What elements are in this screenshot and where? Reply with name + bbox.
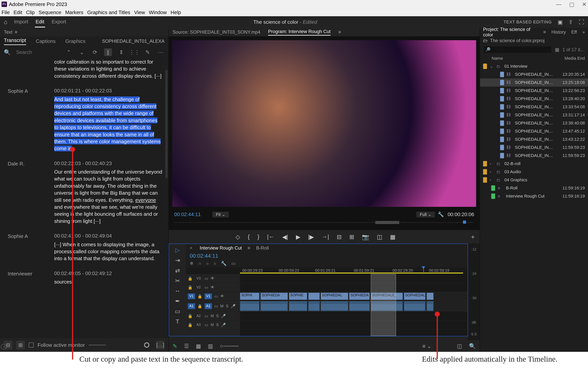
fullscreen-icon[interactable]: ⛶ <box>579 19 584 25</box>
go-in-icon[interactable]: |← <box>267 233 274 240</box>
extract-icon[interactable]: ⊞ <box>349 233 354 240</box>
audio-clip[interactable] <box>427 301 433 311</box>
refresh-icon[interactable]: ⟳ <box>91 48 99 56</box>
video-clip[interactable] <box>308 293 320 300</box>
col-name[interactable]: Name <box>492 56 556 61</box>
effects-tab[interactable]: Eff <box>571 29 577 35</box>
text-based-editing-label[interactable]: TEXT BASED EDITING <box>504 20 552 25</box>
timeline-lanes[interactable]: SOPHISOPHIEDASOPHIESOPHIEDALSOPHIEDASOPH… <box>240 274 468 336</box>
menu-clip[interactable]: Clip <box>26 10 35 15</box>
track-select-icon[interactable]: ⇥ <box>175 257 180 264</box>
close-button[interactable]: ✕ <box>582 1 587 8</box>
ws-import[interactable]: Import <box>13 17 29 28</box>
zoom-slider-thumb[interactable] <box>144 342 149 348</box>
clip-row[interactable]: 🎞SOPHIEDALE_INT03_C13:47:45:12 <box>480 127 588 135</box>
sequence-row[interactable]: ≡B-Roll11:59:16:19 <box>480 184 588 192</box>
share-icon[interactable]: ⇪ <box>568 19 573 25</box>
maximize-button[interactable]: ▢ <box>569 1 574 8</box>
project-path[interactable]: The science of color.prproj <box>490 38 545 43</box>
transcript-text-selected[interactable]: And last but not least, the challenge of… <box>54 96 161 151</box>
minimize-button[interactable]: — <box>556 1 561 8</box>
clip-row[interactable]: 🎞SOPHIEDALE_INT03_IP11:59:59:23 <box>480 151 588 160</box>
transcript-tab[interactable]: Transcript <box>4 37 26 45</box>
search-input[interactable] <box>16 49 39 55</box>
go-out-icon[interactable]: →| <box>322 233 329 240</box>
step-fwd-icon[interactable]: |▶ <box>308 233 314 240</box>
source-tab[interactable]: Source: SOPHIEDALE_INT03_SONY.mp4 <box>173 29 260 35</box>
graphics-tab[interactable]: Graphics <box>65 38 85 44</box>
hand-tool-icon[interactable]: ▭ <box>175 308 180 315</box>
clip-row[interactable]: 🎞SOPHIEDALE_INT01_A13:20:35:14 <box>480 70 588 79</box>
audio-clip[interactable] <box>349 301 370 311</box>
home-icon[interactable]: ⌂ <box>4 19 7 25</box>
program-monitor[interactable] <box>172 40 476 207</box>
edit-pen-icon[interactable]: ✎ <box>144 48 151 56</box>
find-icon[interactable]: 🔍 <box>469 343 476 349</box>
ws-export[interactable]: Export <box>51 17 67 28</box>
comparison-icon[interactable]: ◫ <box>377 233 382 240</box>
video-clip[interactable]: SOPHIEDAL <box>321 293 348 300</box>
lift-icon[interactable]: ⊟ <box>337 233 342 240</box>
filter-icon[interactable]: ⋮⋮ <box>130 48 138 56</box>
next-icon[interactable]: ⌄ <box>78 48 85 56</box>
panel-menu-icon[interactable]: ≡ <box>15 29 17 35</box>
video-clip[interactable]: SOPHIEDAL <box>404 293 426 300</box>
transcript-body[interactable]: color calibration is so important to cor… <box>0 58 168 338</box>
scrollbar[interactable] <box>165 70 168 178</box>
snap-icon[interactable]: ❄ <box>190 261 194 266</box>
seq-tab[interactable]: Interview Rough Cut <box>200 245 242 251</box>
transcript-text[interactable]: sources. <box>54 278 163 285</box>
transcript-text[interactable]: [···] When it comes to displaying the im… <box>54 241 163 262</box>
collapse-icon[interactable]: ⇕ <box>117 48 125 56</box>
automate-icon[interactable]: ◫ <box>457 343 462 349</box>
audio-clip[interactable] <box>261 301 288 311</box>
captions-tab[interactable]: Captions <box>36 38 56 44</box>
step-back-icon[interactable]: ◀| <box>282 233 288 240</box>
clip-row[interactable]: 🎞SOPHIEDALE_INT02_S13:31:17:14 <box>480 111 588 119</box>
video-clip[interactable]: SOPHI <box>240 293 259 300</box>
bin-row[interactable]: ›🗀03 Audio <box>480 168 588 176</box>
bin-row[interactable]: ⌄🗀01 Interview <box>480 62 588 70</box>
clip-row[interactable]: 🎞SOPHIEDALE_INT01_C13:25:18:08 <box>480 79 588 87</box>
follow-checkbox[interactable] <box>29 342 34 348</box>
project-tab[interactable]: Project: The science of color <box>483 27 538 38</box>
video-clip[interactable] <box>427 293 433 300</box>
magnet-icon[interactable]: ∩ <box>198 261 201 266</box>
menu-help[interactable]: Help <box>170 10 181 15</box>
timeline-timecode[interactable]: 00:02:44:11 <box>190 253 218 259</box>
panel-menu-icon[interactable]: ≡ <box>248 245 250 251</box>
export-frame-icon[interactable]: 📷 <box>362 233 369 240</box>
history-tab[interactable]: History <box>551 29 566 35</box>
panel-menu-icon[interactable]: ≡ <box>338 29 341 35</box>
video-clip[interactable]: SOPHIEDA <box>349 293 370 300</box>
zoom-fit-dropdown[interactable]: Fit ⌄ <box>212 212 229 218</box>
freeform-icon[interactable]: ▥ <box>208 343 213 349</box>
bin-row[interactable]: ›🗀02-B-roll <box>480 160 588 168</box>
bracket-icon[interactable]: […] <box>156 341 165 349</box>
new-bin-icon[interactable]: ▦ <box>555 47 559 52</box>
pause-follow-icon[interactable]: ∥ <box>104 48 112 56</box>
cc-icon[interactable]: ▭ <box>231 261 236 266</box>
scrub-bar[interactable] <box>174 219 474 224</box>
list-view-icon[interactable]: ☰ <box>184 343 189 349</box>
zoom-slider-track[interactable] <box>89 345 106 345</box>
menu-edit[interactable]: Edit <box>13 10 22 15</box>
clip-row[interactable]: 🎞SOPHIEDALE_INT03_S13:43:12:22 <box>480 135 588 143</box>
type-tool-icon[interactable]: T <box>176 318 179 325</box>
project-search[interactable] <box>483 46 552 54</box>
play-icon[interactable]: ▶ <box>296 233 300 240</box>
audio-clip[interactable] <box>240 301 259 311</box>
transcript-text[interactable]: color calibration is so important to cor… <box>54 58 163 80</box>
menu-sequence[interactable]: Sequence <box>39 10 61 15</box>
in-bracket-icon[interactable]: { <box>248 233 250 240</box>
audio-clip[interactable] <box>308 301 320 311</box>
bin-icon[interactable]: 🗁 <box>483 38 488 43</box>
add-button-icon[interactable]: ＋ <box>470 233 476 241</box>
video-clip[interactable]: SOPHIEDA <box>261 293 288 300</box>
zoom-slider-icon[interactable]: ○──── <box>220 343 239 349</box>
program-tab[interactable]: Program: Interview Rough Cut <box>268 29 331 36</box>
panel-menu-icon[interactable]: ≡ <box>543 29 546 35</box>
playhead-icon[interactable] <box>463 220 466 224</box>
menu-markers[interactable]: Markers <box>65 10 84 15</box>
safe-margins-icon[interactable]: ▦ <box>390 233 395 240</box>
